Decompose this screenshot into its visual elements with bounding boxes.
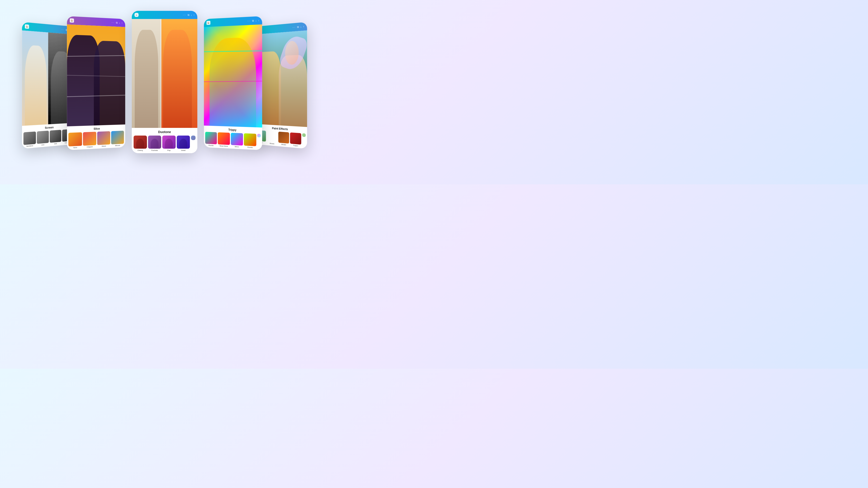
thumb-semitone-label: Semitone bbox=[24, 144, 36, 147]
phone-trippy-card: 🏠 ··· ⧉ ↓ ↑ Trippy bbox=[204, 16, 262, 150]
share-icon-3[interactable]: ↑ bbox=[193, 13, 195, 16]
swatch-violet[interactable]: Violet bbox=[177, 135, 190, 152]
swatch-fuchsia-box bbox=[148, 135, 161, 149]
thumb-mirror[interactable]: Mirror bbox=[231, 133, 243, 148]
thumb-sliced-label: Sliced bbox=[97, 145, 110, 147]
swatch-pop[interactable]: Pop bbox=[162, 135, 176, 152]
thumb-mosaic[interactable]: Mosaic bbox=[267, 131, 277, 145]
thumb-drill-img bbox=[50, 130, 61, 142]
download-icon-2[interactable]: ↓ bbox=[119, 22, 120, 24]
dots-menu-2[interactable]: ··· bbox=[112, 21, 115, 24]
swatch-cherry[interactable]: Cherry bbox=[133, 135, 147, 152]
download-icon-3[interactable]: ↓ bbox=[191, 13, 192, 16]
phone-3-image bbox=[132, 19, 197, 128]
swatch-pop-label: Pop bbox=[167, 149, 170, 151]
thumb-moodstone[interactable]: Mood Stone bbox=[218, 132, 230, 147]
thumb-windel-label: Windel bbox=[278, 143, 289, 146]
share-icon-5[interactable]: ↑ bbox=[303, 25, 304, 28]
thumb-none-slice-label: None bbox=[68, 147, 82, 149]
phone-2-image bbox=[67, 24, 125, 126]
download-icon-4[interactable]: ↓ bbox=[255, 19, 257, 22]
phone-3-bottom: Duotone Cherry Fuchsia bbox=[132, 128, 197, 153]
thumb-mosaic-img bbox=[267, 131, 277, 142]
phones-container: 🏠 ··· ⧉ ↓ ↑ Screen bbox=[18, 11, 311, 173]
header-icons-2: ··· ⧉ ↓ ↑ bbox=[112, 21, 123, 24]
dots-menu-4[interactable]: ··· bbox=[248, 20, 251, 22]
header-icons-5: ··· ⧉ ↓ ↑ bbox=[292, 25, 304, 29]
phone-4-bottom: Trippy Fluorite Mood Stone Mirror bbox=[204, 126, 262, 150]
dots-menu-5[interactable]: ··· bbox=[292, 26, 296, 29]
phone-4-effect-title: Trippy bbox=[204, 127, 262, 132]
swatch-cherry-box bbox=[133, 135, 147, 149]
duotone-swatches: Cherry Fuchsia Pop bbox=[132, 135, 197, 152]
swatch-pop-box bbox=[162, 135, 176, 149]
swatch-violet-label: Violet bbox=[181, 149, 186, 151]
phone-screen-card: 🏠 ··· ⧉ ↓ ↑ Screen bbox=[22, 22, 74, 149]
thumb-lino-label: Lino bbox=[37, 143, 49, 146]
home-icon-1[interactable]: 🏠 bbox=[25, 24, 29, 29]
thumb-sliced-img bbox=[97, 131, 110, 145]
phone-5-bottom: Paint Effects None Mosaic Windel bbox=[254, 124, 307, 149]
thumb-fluorite-2[interactable]: Fluorite bbox=[244, 133, 256, 149]
thumb-minced[interactable]: Minced bbox=[111, 131, 124, 147]
thumb-fluorite-1-img bbox=[205, 132, 217, 144]
thumb-trygon-img bbox=[290, 132, 301, 144]
copy-icon-3[interactable]: ⧉ bbox=[188, 13, 189, 17]
dots-menu-1[interactable]: ··· bbox=[61, 28, 64, 31]
thumb-mirror-img bbox=[231, 133, 243, 145]
phone-1-image bbox=[22, 31, 74, 126]
home-icon-2[interactable]: 🏠 bbox=[70, 18, 74, 23]
thumb-chipped-img bbox=[83, 132, 96, 146]
home-icon-3[interactable]: ⌂ bbox=[134, 13, 138, 17]
thumb-lino-img bbox=[37, 131, 49, 144]
thumb-lino[interactable]: Lino bbox=[37, 131, 49, 146]
thumb-sliced[interactable]: Sliced bbox=[97, 131, 110, 147]
thumb-drill-label: Drill bbox=[50, 142, 61, 145]
thumb-semitone[interactable]: Semitone bbox=[24, 131, 36, 147]
thumb-chipped[interactable]: Chipped bbox=[83, 132, 96, 148]
swatch-extra[interactable] bbox=[191, 135, 195, 152]
thumb-moodstone-img bbox=[218, 132, 230, 145]
thumb-none-slice[interactable]: None bbox=[68, 132, 82, 149]
home-icon-4[interactable]: 🏠 bbox=[206, 21, 210, 25]
phone-duotone-card: ⌂ ··· ⧉ ↓ ↑ bbox=[132, 11, 197, 153]
phone-1-thumbnails: Semitone Lino Drill Corduroy bbox=[22, 129, 74, 148]
thumb-drill[interactable]: Drill bbox=[50, 130, 61, 145]
thumb-fluorite-2-label: Fluorite bbox=[244, 146, 256, 149]
thumb-mirror-label: Mirror bbox=[231, 146, 243, 148]
thumb-fluorite-2-img bbox=[244, 133, 256, 146]
thumb-extra-paint-img bbox=[302, 133, 306, 137]
copy-icon-5[interactable]: ⧉ bbox=[297, 25, 299, 29]
thumb-extra-trippy bbox=[257, 134, 260, 149]
thumb-none-slice-img bbox=[68, 132, 82, 147]
copy-icon-2[interactable]: ⧉ bbox=[116, 21, 118, 24]
phone-3-effect-title: Duotone bbox=[132, 130, 197, 134]
swatch-fuchsia[interactable]: Fuchsia bbox=[148, 135, 161, 152]
thumb-trygon[interactable]: Trygon bbox=[290, 132, 301, 147]
phone-4-image bbox=[204, 24, 262, 127]
phone-4-thumbnails: Fluorite Mood Stone Mirror Fluorite bbox=[204, 132, 262, 149]
thumb-fluorite-1-label: Fluorite bbox=[205, 144, 217, 147]
header-icons-3: ··· ⧉ ↓ ↑ bbox=[183, 13, 195, 17]
header-icons-4: ··· ⧉ ↓ ↑ bbox=[248, 19, 259, 23]
swatch-fuchsia-label: Fuchsia bbox=[151, 149, 158, 151]
thumb-mosaic-label: Mosaic bbox=[267, 142, 277, 145]
copy-icon-4[interactable]: ⧉ bbox=[252, 19, 254, 22]
dots-menu-3[interactable]: ··· bbox=[183, 14, 186, 16]
thumb-minced-img bbox=[111, 131, 124, 144]
thumb-extra-trippy-img bbox=[257, 134, 260, 137]
thumb-trygon-label: Trygon bbox=[290, 144, 301, 147]
thumb-windel[interactable]: Windel bbox=[278, 131, 289, 146]
phone-3-header: ⌂ ··· ⧉ ↓ ↑ bbox=[132, 11, 197, 19]
thumb-fluorite-1[interactable]: Fluorite bbox=[205, 132, 217, 147]
download-icon-5[interactable]: ↓ bbox=[301, 25, 302, 28]
phone-2-bottom: Slice None Chipped Sliced bbox=[67, 125, 125, 150]
share-icon-2[interactable]: ↑ bbox=[121, 22, 123, 24]
share-icon-4[interactable]: ↑ bbox=[258, 19, 259, 22]
thumb-semitone-img bbox=[24, 131, 36, 145]
thumb-extra-paint bbox=[302, 133, 306, 148]
swatch-violet-box bbox=[177, 135, 190, 149]
swatch-cherry-label: Cherry bbox=[137, 149, 143, 151]
phone-5-thumbnails: None Mosaic Windel Trygon bbox=[254, 130, 307, 148]
phone-2-effect-title: Slice bbox=[67, 126, 125, 131]
